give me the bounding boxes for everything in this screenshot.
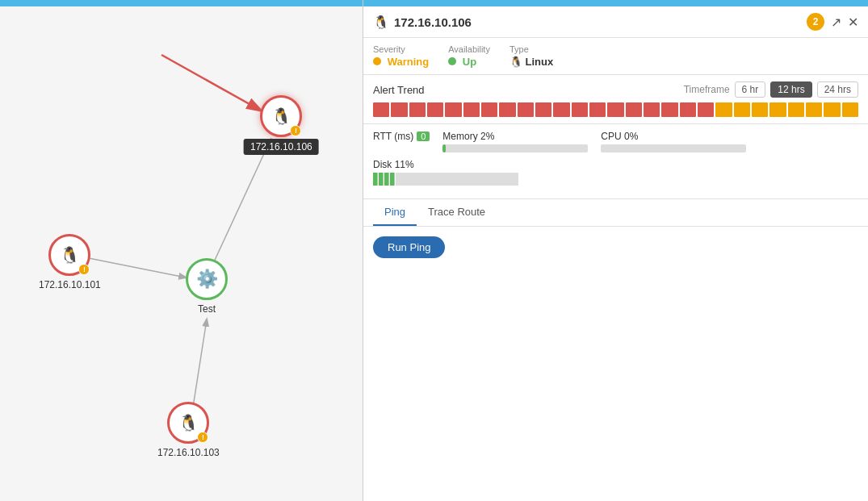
type-item: Type 🐧 Linux [509, 44, 553, 68]
alert-segment-5 [463, 102, 480, 117]
alert-bar-container [373, 102, 858, 117]
availability-text: Up [463, 56, 476, 68]
type-value: 🐧 Linux [509, 56, 553, 68]
timeframe-24hr-button[interactable]: 24 hrs [817, 81, 858, 98]
availability-label: Availability [448, 44, 490, 54]
metrics-row-bottom: Disk 11% [373, 159, 858, 186]
alert-segment-15 [644, 102, 660, 117]
node-test-label: Test [198, 303, 216, 315]
alert-segment-3 [427, 102, 443, 117]
metrics-row-top: RTT (ms) 0 Memory 2% CPU 0% [373, 131, 858, 152]
run-ping-button[interactable]: Run Ping [373, 236, 445, 258]
alert-segment-9 [535, 102, 551, 117]
timeframe-label: Timeframe [684, 84, 730, 95]
penguin-icon-101: 🐧 [60, 245, 80, 265]
svg-line-0 [207, 138, 271, 278]
alert-segment-23 [788, 102, 804, 117]
alert-segment-8 [518, 102, 534, 117]
node-101-warning: ! [78, 264, 90, 275]
availability-value: Up [448, 56, 490, 68]
alert-segment-20 [734, 102, 750, 117]
alert-header: Alert Trend Timeframe 6 hr 12 hrs 24 hrs [373, 81, 858, 98]
alert-segment-24 [806, 102, 822, 117]
type-text: Linux [526, 56, 554, 68]
timeframe-6hr-button[interactable]: 6 hr [735, 81, 766, 98]
right-top-bar [363, 0, 868, 6]
alert-segment-25 [824, 102, 840, 117]
severity-label: Severity [373, 44, 429, 54]
alert-segment-10 [553, 102, 569, 117]
memory-label: Memory 2% [442, 131, 588, 142]
alert-segment-21 [752, 102, 768, 117]
left-panel: 🐧 ! 172.16.10.106 172.16.10.106 🐧 ! 172.… [0, 0, 363, 501]
disk-stripe-4 [390, 173, 395, 186]
severity-dot [373, 57, 381, 65]
alert-section: Alert Trend Timeframe 6 hr 12 hrs 24 hrs [363, 75, 868, 124]
ping-section: Run Ping [363, 227, 868, 268]
memory-bar-inner [442, 144, 446, 152]
alert-segment-1 [391, 102, 407, 117]
close-panel-button[interactable]: ✕ [848, 15, 858, 30]
panel-header: 🐧 172.16.10.106 2 ↗ ✕ [363, 6, 868, 38]
alert-segment-11 [572, 102, 588, 117]
node-106-circle: 🐧 ! [260, 95, 302, 137]
rtt-label: RTT (ms) 0 [373, 131, 430, 142]
severity-value: Warning [373, 56, 429, 68]
alert-segment-4 [445, 102, 461, 117]
alert-segment-2 [409, 102, 426, 117]
panel-title: 🐧 172.16.10.106 [373, 15, 472, 30]
node-106[interactable]: 🐧 ! 172.16.10.106 172.16.10.106 [250, 95, 312, 152]
tab-ping[interactable]: Ping [373, 199, 417, 226]
cpu-label: CPU 0% [601, 131, 746, 142]
rtt-metric: RTT (ms) 0 [373, 131, 430, 152]
disk-stripe-2 [379, 173, 384, 186]
node-101-circle: 🐧 ! [48, 234, 90, 276]
main-container: 🐧 ! 172.16.10.106 172.16.10.106 🐧 ! 172.… [0, 0, 868, 501]
penguin-icon-106: 🐧 [271, 106, 291, 126]
disk-stripe-1 [373, 173, 378, 186]
alert-segment-19 [715, 102, 732, 117]
node-103-label: 172.16.10.103 [157, 447, 220, 458]
alert-segment-14 [626, 102, 642, 117]
cpu-bar-outer [601, 144, 746, 152]
metrics-section: RTT (ms) 0 Memory 2% CPU 0% [363, 124, 868, 199]
top-bar [0, 0, 363, 6]
node-106-tooltip: 172.16.10.106 [244, 139, 319, 155]
node-test[interactable]: ⚙️ Test [186, 258, 228, 315]
alert-trend-title: Alert Trend [373, 84, 425, 96]
network-map: 🐧 ! 172.16.10.106 172.16.10.106 🐧 ! 172.… [0, 6, 363, 501]
panel-actions: 2 ↗ ✕ [807, 13, 858, 31]
panel-hostname: 172.16.10.106 [394, 15, 472, 29]
disk-bar [373, 173, 518, 186]
right-panel: 🐧 172.16.10.106 2 ↗ ✕ Severity Warning A… [363, 0, 868, 501]
alert-segment-6 [481, 102, 497, 117]
type-icon: 🐧 [509, 56, 526, 68]
svg-line-3 [161, 55, 262, 111]
alert-segment-18 [698, 102, 714, 117]
alert-segment-13 [607, 102, 623, 117]
alert-segment-12 [589, 102, 606, 117]
disk-label: Disk 11% [373, 159, 518, 170]
tabs-row: Ping Trace Route [373, 199, 858, 226]
open-external-button[interactable]: ↗ [831, 15, 841, 30]
node-101[interactable]: 🐧 ! 172.16.10.101 [39, 234, 101, 290]
severity-item: Severity Warning [373, 44, 429, 68]
availability-dot [448, 57, 456, 65]
alert-segment-16 [661, 102, 677, 117]
node-103[interactable]: 🐧 ! 172.16.10.103 [157, 402, 220, 458]
disk-stripe-3 [384, 173, 389, 186]
status-row: Severity Warning Availability Up Type 🐧 … [363, 38, 868, 75]
panel-penguin-icon: 🐧 [373, 15, 389, 30]
alert-segment-22 [769, 102, 786, 117]
timeframe-12hr-button[interactable]: 12 hrs [770, 81, 811, 98]
node-101-label: 172.16.10.101 [39, 279, 101, 290]
tabs-section: Ping Trace Route [363, 199, 868, 227]
tab-traceroute[interactable]: Trace Route [417, 199, 497, 226]
node-103-warning: ! [197, 432, 208, 443]
rtt-badge: 0 [417, 132, 430, 141]
alert-segment-0 [373, 102, 389, 117]
penguin-icon-103: 🐧 [178, 413, 199, 432]
disk-bar-empty [396, 173, 518, 186]
memory-bar-outer [442, 144, 588, 152]
node-test-circle: ⚙️ [186, 258, 228, 300]
